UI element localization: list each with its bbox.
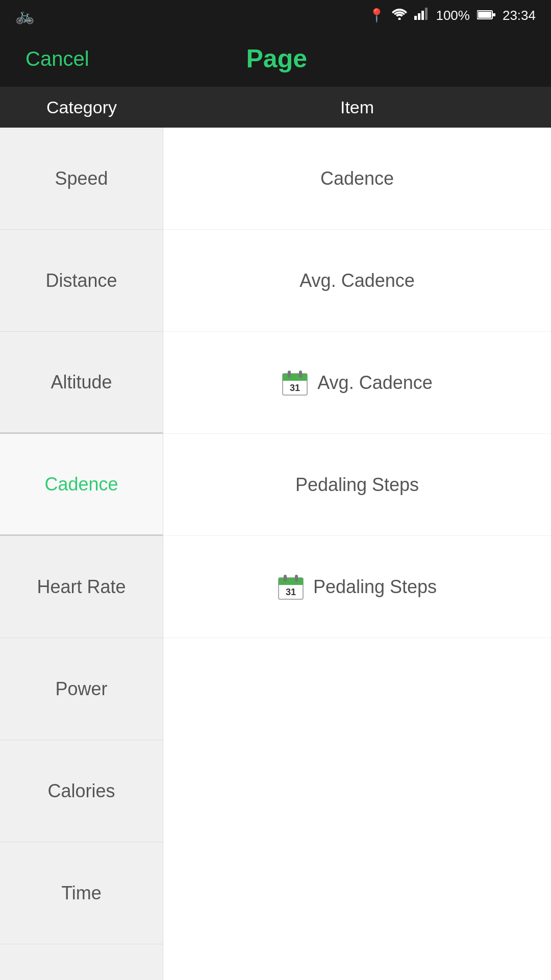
column-headers: Category Item xyxy=(0,87,551,128)
status-bar-right: 📍 100% 23:34 xyxy=(368,8,536,23)
header: Cancel Page xyxy=(0,31,551,87)
svg-rect-12 xyxy=(299,371,302,378)
category-label-speed: Speed xyxy=(55,168,108,189)
svg-rect-18 xyxy=(295,575,298,582)
wifi-icon xyxy=(392,8,407,23)
item-label-avg-cadence-lap: Avg. Cadence xyxy=(317,372,433,394)
category-label-distance: Distance xyxy=(45,270,117,291)
svg-rect-16 xyxy=(279,582,303,585)
category-label-time: Time xyxy=(61,883,102,904)
calendar-icon-1: 31 xyxy=(282,370,308,396)
svg-rect-17 xyxy=(284,575,287,582)
category-item-time[interactable]: Time xyxy=(0,842,163,944)
category-item-cadence[interactable]: Cadence xyxy=(0,434,163,536)
category-item-speed[interactable]: Speed xyxy=(0,128,163,230)
svg-rect-10 xyxy=(283,378,307,381)
signal-bars-icon xyxy=(414,8,429,23)
item-column-header: Item xyxy=(163,97,551,117)
status-bar: 🚲 📍 100% xyxy=(0,0,551,31)
item-label-pedaling-steps-lap: Pedaling Steps xyxy=(313,576,437,598)
location-icon: 📍 xyxy=(368,8,385,23)
category-item-altitude[interactable]: Altitude xyxy=(0,332,163,434)
main-content: Speed Distance Altitude Cadence Heart Ra… xyxy=(0,128,551,980)
category-label-power: Power xyxy=(55,678,107,700)
category-item-power[interactable]: Power xyxy=(0,638,163,740)
category-label-calories: Calories xyxy=(47,780,115,802)
category-column: Speed Distance Altitude Cadence Heart Ra… xyxy=(0,128,163,980)
svg-text:31: 31 xyxy=(286,587,296,597)
category-item-heart-rate[interactable]: Heart Rate xyxy=(0,536,163,638)
cancel-button[interactable]: Cancel xyxy=(26,47,89,70)
item-label-avg-cadence: Avg. Cadence xyxy=(299,270,415,291)
category-label-altitude: Altitude xyxy=(51,372,112,393)
item-cadence[interactable]: Cadence xyxy=(163,128,551,230)
svg-rect-6 xyxy=(478,12,491,18)
time-display: 23:34 xyxy=(503,8,536,23)
calendar-icon-2: 31 xyxy=(278,574,304,600)
category-item-calories[interactable]: Calories xyxy=(0,740,163,842)
svg-rect-3 xyxy=(421,11,424,20)
battery-icon xyxy=(477,8,495,23)
svg-rect-11 xyxy=(288,371,291,378)
svg-rect-1 xyxy=(414,16,417,20)
item-column: Cadence Avg. Cadence 31 Avg. Cadence Ped… xyxy=(163,128,551,980)
svg-text:31: 31 xyxy=(290,383,300,393)
category-item-distance[interactable]: Distance xyxy=(0,230,163,332)
item-label-cadence: Cadence xyxy=(320,168,394,189)
category-label-heart-rate: Heart Rate xyxy=(37,576,126,598)
item-pedaling-steps-lap[interactable]: 31 Pedaling Steps xyxy=(163,536,551,638)
svg-rect-2 xyxy=(418,13,420,20)
item-pedaling-steps[interactable]: Pedaling Steps xyxy=(163,434,551,536)
category-item-lap[interactable]: Lap xyxy=(0,944,163,980)
status-bar-left: 🚲 xyxy=(15,7,34,24)
category-label-cadence: Cadence xyxy=(44,474,118,495)
page-title: Page xyxy=(246,44,308,74)
item-avg-cadence-lap[interactable]: 31 Avg. Cadence xyxy=(163,332,551,434)
item-avg-cadence[interactable]: Avg. Cadence xyxy=(163,230,551,332)
svg-rect-7 xyxy=(493,13,495,16)
bike-icon: 🚲 xyxy=(15,7,34,24)
item-label-pedaling-steps: Pedaling Steps xyxy=(295,474,419,496)
battery-percentage: 100% xyxy=(436,8,470,23)
svg-rect-4 xyxy=(425,8,428,20)
category-column-header: Category xyxy=(0,97,163,117)
svg-point-0 xyxy=(398,17,401,20)
